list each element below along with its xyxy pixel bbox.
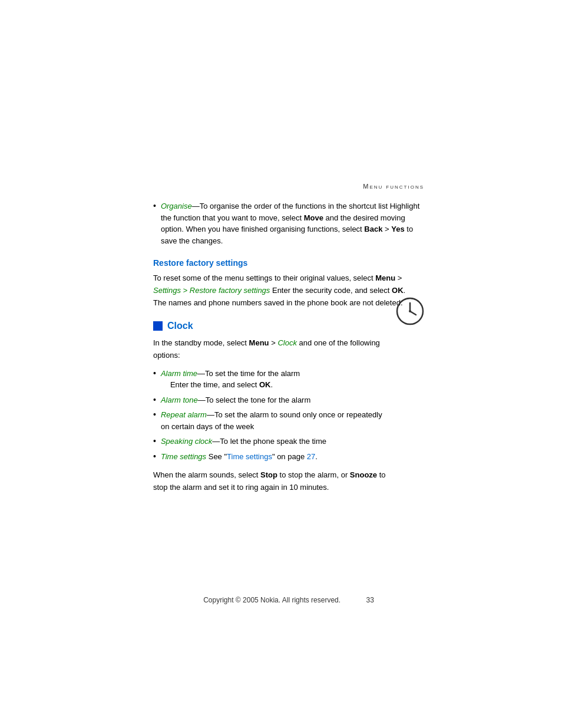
clock-intro1: In the standby mode, select [153, 338, 249, 347]
organise-term: Organise [161, 202, 192, 210]
clock-svg [396, 297, 424, 325]
clock-intro: In the standby mode, select Menu > Clock… [153, 337, 390, 362]
organise-dash: — [192, 202, 200, 210]
organise-desc3: > [382, 225, 391, 233]
organise-yes: Yes [391, 225, 404, 233]
alarm-tone-content: Alarm tone—To select the tone for the al… [161, 394, 310, 406]
copyright-text: Copyright © 2005 Nokia. All rights reser… [203, 596, 340, 604]
time-settings-period: . [315, 452, 318, 461]
alarm-tone-item: • Alarm tone—To select the tone for the … [153, 394, 390, 406]
time-settings-content: Time settings See "Time settings" on pag… [161, 451, 318, 463]
clock-intro2: > [269, 338, 278, 347]
repeat-alarm-item: • Repeat alarm—To set the alarm to sound… [153, 409, 390, 432]
page: Menu functions • Organise—To organise th… [0, 0, 562, 728]
time-settings-page: " on page [272, 452, 307, 461]
clock-label: Clock [277, 338, 297, 347]
restore-settings-link: Settings > Restore factory settings [153, 286, 270, 295]
clock-snooze: Snooze [350, 470, 377, 479]
organise-content: Organise—To organise the order of the fu… [161, 200, 424, 246]
alarm-tone-dash: —To select the tone for the alarm [198, 396, 310, 404]
content-area: Menu functions • Organise—To organise th… [153, 183, 424, 500]
clock-square-icon [153, 321, 163, 331]
clock-footer-text: When the alarm sounds, select Stop to st… [153, 469, 390, 494]
alarm-time-item: • Alarm time—To set the time for the ala… [153, 368, 390, 391]
speaking-clock-dash: —To let the phone speak the time [212, 437, 326, 446]
time-settings-link: Time settings [227, 452, 272, 461]
restore-text5: The names and phone numbers saved in the… [153, 298, 403, 307]
restore-text1: To reset some of the menu settings to th… [153, 274, 375, 282]
chapter-header: Menu functions [153, 183, 424, 190]
alarm-tone-term: Alarm tone [161, 396, 198, 404]
restore-text2: > [395, 274, 402, 282]
organise-move: Move [304, 213, 323, 222]
alarm-time-term: Alarm time [161, 369, 197, 378]
speaking-clock-item: • Speaking clock—To let the phone speak … [153, 436, 390, 447]
alarm-time-content: Alarm time—To set the time for the alarm… [161, 368, 300, 391]
alarm-time-dash: —To set the time for the alarm [197, 369, 300, 378]
clock-title: Clock [167, 321, 193, 331]
repeat-alarm-term: Repeat alarm [161, 410, 207, 419]
clock-content-wrapper: Clock In the standby mode, select Menu >… [153, 321, 424, 500]
time-settings-item: • Time settings See "Time settings" on p… [153, 451, 390, 463]
clock-icon [396, 297, 424, 325]
clock-header: Clock [153, 321, 390, 331]
restore-text: To reset some of the menu settings to th… [153, 272, 424, 309]
bullet-dot-2: • [153, 395, 156, 404]
organise-section: • Organise—To organise the order of the … [153, 200, 424, 246]
page-footer: Copyright © 2005 Nokia. All rights reser… [153, 596, 424, 604]
time-settings-page-num: 27 [307, 452, 315, 461]
chapter-title: Menu functions [363, 183, 424, 190]
page-number: 33 [366, 596, 373, 604]
clock-stop: Stop [260, 470, 277, 479]
restore-text3: Enter the security code, and select [270, 286, 392, 295]
organise-back: Back [364, 225, 382, 233]
restore-menu: Menu [375, 274, 395, 282]
speaking-clock-term: Speaking clock [161, 437, 212, 446]
repeat-alarm-content: Repeat alarm—To set the alarm to sound o… [161, 409, 390, 432]
clock-section: Clock In the standby mode, select Menu >… [153, 321, 424, 500]
restore-section: Restore factory settings To reset some o… [153, 258, 424, 309]
bullet-dot-5: • [153, 452, 156, 461]
bullet-dot-3: • [153, 410, 156, 419]
alarm-time-sub: Enter the time, and select OK. [170, 380, 273, 389]
restore-heading: Restore factory settings [153, 258, 424, 268]
clock-footer2: to stop the alarm, or [277, 470, 350, 479]
clock-footer1: When the alarm sounds, select [153, 470, 260, 479]
speaking-clock-content: Speaking clock—To let the phone speak th… [161, 436, 326, 447]
alarm-time-ok: OK [259, 380, 271, 389]
time-settings-term: Time settings [161, 452, 206, 461]
bullet-dot-1: • [153, 368, 156, 378]
svg-point-3 [409, 310, 411, 312]
organise-bullet-item: • Organise—To organise the order of the … [153, 200, 424, 246]
restore-text4: . [404, 286, 406, 295]
restore-ok: OK [392, 286, 404, 295]
time-settings-see: See " [206, 452, 227, 461]
bullet-dot: • [153, 201, 156, 210]
bullet-dot-4: • [153, 436, 156, 446]
clock-menu-label: Menu [249, 338, 269, 347]
clock-text-block: Clock In the standby mode, select Menu >… [153, 321, 390, 500]
